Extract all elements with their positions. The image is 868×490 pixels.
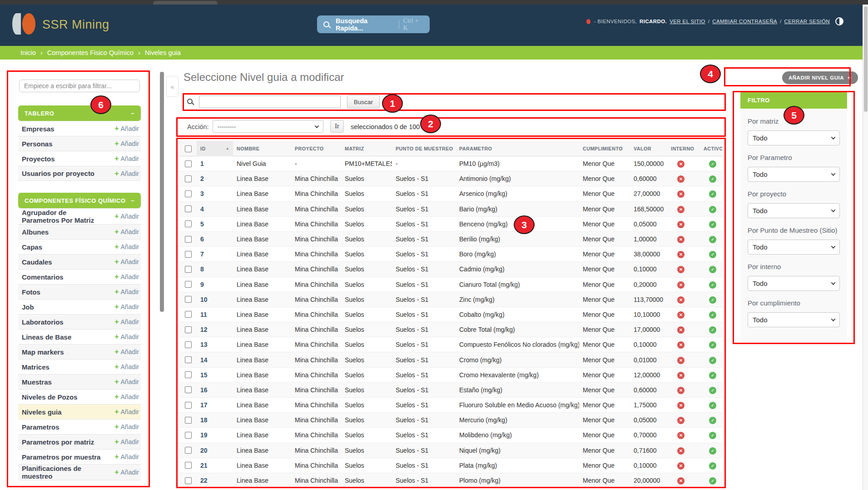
logout-link[interactable]: CERRAR SESIÓN [784, 19, 830, 24]
collapse-minus-icon[interactable]: − [131, 197, 134, 204]
cell-id[interactable]: 14 [197, 356, 233, 364]
cell-id[interactable]: 10 [197, 296, 233, 303]
row-checkbox[interactable] [185, 160, 192, 167]
window-scrollbar[interactable] [863, 5, 868, 490]
cell-id[interactable]: 1 [197, 160, 233, 167]
add-link[interactable]: +Añadir [114, 288, 139, 296]
column-header-punto-de-muestreo[interactable]: PUNTO DE MUESTREO [392, 141, 456, 156]
sidebar-item-link[interactable]: Parametros por muestra [22, 453, 100, 461]
select-all-checkbox[interactable] [185, 145, 192, 152]
sidebar-item-link[interactable]: Parametros por matriz [22, 438, 94, 446]
column-header-cumplimiento[interactable]: CUMPLIMIENTO [579, 141, 630, 156]
add-link[interactable]: +Añadir [114, 378, 139, 386]
cell-id[interactable]: 22 [197, 477, 233, 484]
row-checkbox[interactable] [185, 341, 192, 348]
sidebar-scrollbar[interactable] [160, 72, 164, 312]
action-select[interactable]: --------- [213, 120, 323, 133]
column-header-matriz[interactable]: MATRIZ [341, 141, 392, 156]
filter-select[interactable]: Todo [748, 167, 840, 182]
cell-id[interactable]: 19 [197, 431, 233, 439]
sidebar-item-link[interactable]: Empresas [22, 125, 55, 133]
cell-id[interactable]: 4 [197, 205, 233, 213]
sidebar-item-link[interactable]: Proyectos [22, 155, 55, 163]
add-link[interactable]: +Añadir [114, 333, 139, 341]
column-header-activo[interactable]: ACTIVO [700, 141, 722, 156]
row-checkbox[interactable] [185, 220, 192, 227]
breadcrumb-section-link[interactable]: Componentes Fisico Químico [47, 49, 134, 56]
column-header-proyecto[interactable]: PROYECTO [291, 141, 341, 156]
sidebar-item-link[interactable]: Niveles guia [22, 408, 62, 416]
add-nivel-guia-button[interactable]: AÑADIR NIVEL GUIA + [782, 71, 858, 84]
row-checkbox[interactable] [185, 356, 192, 363]
column-header-nombre[interactable]: NOMBRE [233, 141, 291, 156]
theme-toggle-icon[interactable] [835, 17, 843, 25]
row-checkbox[interactable] [185, 205, 192, 212]
row-checkbox[interactable] [185, 190, 192, 197]
window-scrollbar-thumb[interactable] [864, 6, 868, 112]
add-link[interactable]: +Añadir [114, 170, 139, 178]
cell-id[interactable]: 2 [197, 175, 233, 182]
row-checkbox[interactable] [185, 311, 192, 318]
column-header-id[interactable]: ID▲ [197, 141, 233, 156]
add-link[interactable]: +Añadir [114, 273, 139, 281]
sidebar-section-header[interactable]: TABLERO− [18, 105, 141, 121]
sidebar-item-link[interactable]: Personas [22, 140, 53, 148]
row-checkbox[interactable] [185, 371, 192, 378]
sidebar-item-link[interactable]: Map markers [22, 348, 64, 356]
sidebar-item-link[interactable]: Albunes [22, 228, 49, 236]
add-link[interactable]: +Añadir [114, 228, 139, 236]
view-site-link[interactable]: VER EL SITIO [670, 19, 705, 24]
sidebar-item-link[interactable]: Parametros [22, 423, 60, 431]
cell-id[interactable]: 21 [197, 462, 233, 469]
search-submit-button[interactable]: Buscar [347, 95, 380, 109]
sidebar-item-link[interactable]: Usuarios por proyecto [22, 170, 94, 177]
breadcrumb-home-link[interactable]: Inicio [20, 49, 36, 56]
add-link[interactable]: +Añadir [114, 393, 139, 401]
table-search-input[interactable] [199, 95, 341, 108]
cell-id[interactable]: 15 [197, 371, 233, 379]
add-link[interactable]: +Añadir [114, 423, 139, 431]
sidebar-section-header[interactable]: COMPONENTES FÍSICO QUÍMICO− [18, 193, 141, 208]
row-checkbox[interactable] [185, 447, 192, 454]
add-link[interactable]: +Añadir [114, 468, 139, 476]
go-button[interactable]: Ir [330, 120, 344, 133]
cell-id[interactable]: 17 [197, 401, 233, 409]
add-link[interactable]: +Añadir [114, 140, 139, 148]
sidebar-item-link[interactable]: Capas [22, 243, 42, 251]
cell-id[interactable]: 18 [197, 416, 233, 424]
add-link[interactable]: +Añadir [114, 438, 139, 446]
row-checkbox[interactable] [185, 417, 192, 424]
add-link[interactable]: +Añadir [114, 258, 139, 266]
filter-select[interactable]: Todo [748, 240, 840, 255]
row-checkbox[interactable] [185, 266, 192, 273]
sidebar-collapse-button[interactable]: « [166, 76, 179, 97]
column-header-valor[interactable]: VALOR [630, 141, 667, 156]
add-link[interactable]: +Añadir [114, 243, 139, 251]
sidebar-item-link[interactable]: Caudales [22, 258, 52, 266]
cell-id[interactable]: 5 [197, 220, 233, 228]
row-checkbox[interactable] [185, 251, 192, 258]
add-link[interactable]: +Añadir [114, 348, 139, 356]
column-header-interno[interactable]: INTERNO [667, 141, 700, 156]
cell-id[interactable]: 11 [197, 311, 233, 318]
cell-id[interactable]: 6 [197, 235, 233, 243]
quick-search-button[interactable]: Busqueda Rapida... Ctrl + K [317, 15, 430, 33]
collapse-minus-icon[interactable]: − [131, 110, 134, 117]
add-link[interactable]: +Añadir [114, 453, 139, 461]
row-checkbox[interactable] [185, 281, 192, 288]
cell-id[interactable]: 7 [197, 250, 233, 258]
change-password-link[interactable]: CAMBIAR CONTRASEÑA [712, 19, 777, 24]
cell-id[interactable]: 3 [197, 190, 233, 197]
row-checkbox[interactable] [185, 402, 192, 409]
sidebar-item-link[interactable]: Planificaciones de muestreo [22, 465, 106, 480]
filter-select[interactable]: Todo [748, 130, 840, 145]
row-checkbox[interactable] [185, 386, 192, 393]
sidebar-item-link[interactable]: Muestras [22, 378, 52, 386]
sidebar-item-link[interactable]: Matrices [22, 363, 50, 371]
add-link[interactable]: +Añadir [114, 303, 139, 311]
row-checkbox[interactable] [185, 462, 192, 469]
cell-id[interactable]: 9 [197, 281, 233, 288]
cell-id[interactable]: 13 [197, 341, 233, 348]
column-header-parametro[interactable]: PARAMETRO [456, 141, 579, 156]
filter-select[interactable]: Todo [748, 276, 840, 291]
